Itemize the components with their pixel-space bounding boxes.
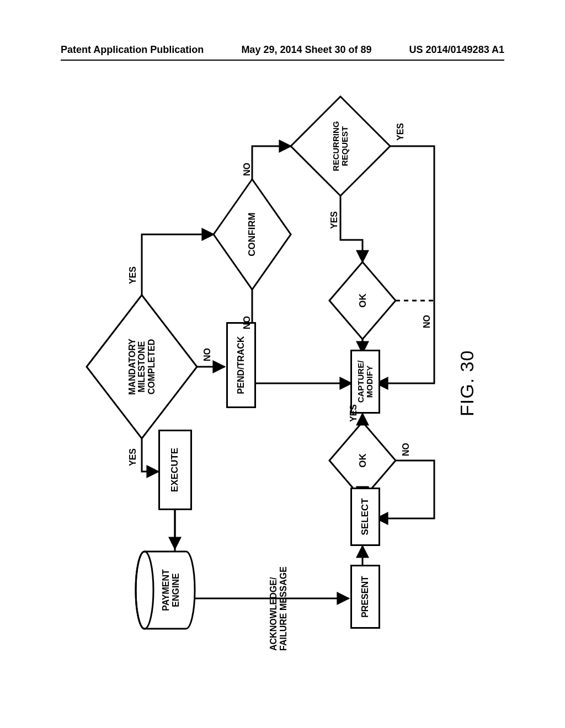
header-rule: [61, 60, 504, 61]
label-yes-recurring-down: YES: [396, 123, 406, 141]
label-no-confirm: NO: [242, 316, 252, 329]
label-yes-recurring-left: YES: [329, 211, 339, 229]
page-header: Patent Application Publication May 29, 2…: [61, 44, 504, 56]
label-ack-failure: ACKNOWLEDGE/FAILURE MESSAGE: [269, 552, 289, 651]
figure-wrapper: MANDATORYMILESTONECOMPLETED CONFIRM RECU…: [70, 91, 495, 659]
figure-caption: FIG. 30: [456, 350, 478, 416]
node-pend-track: PEND/TRACK: [226, 322, 256, 408]
node-present: PRESENT: [350, 565, 380, 629]
flowchart: MANDATORYMILESTONECOMPLETED CONFIRM RECU…: [70, 91, 495, 659]
node-select: SELECT: [350, 488, 380, 546]
label-no-ok-left: NO: [401, 443, 411, 456]
label-yes-right: YES: [128, 266, 138, 284]
label-no-milestone: NO: [202, 348, 212, 361]
header-right: US 2014/0149283 A1: [409, 44, 504, 56]
label-no-confirm-right: NO: [242, 163, 252, 176]
node-execute: EXECUTE: [158, 430, 192, 510]
label-yes-ok-left: YES: [349, 404, 359, 422]
header-center: May 29, 2014 Sheet 30 of 89: [241, 44, 371, 56]
header-left: Patent Application Publication: [61, 44, 204, 56]
label-no-ok-right: NO: [422, 315, 432, 328]
label-yes-left: YES: [128, 448, 138, 466]
